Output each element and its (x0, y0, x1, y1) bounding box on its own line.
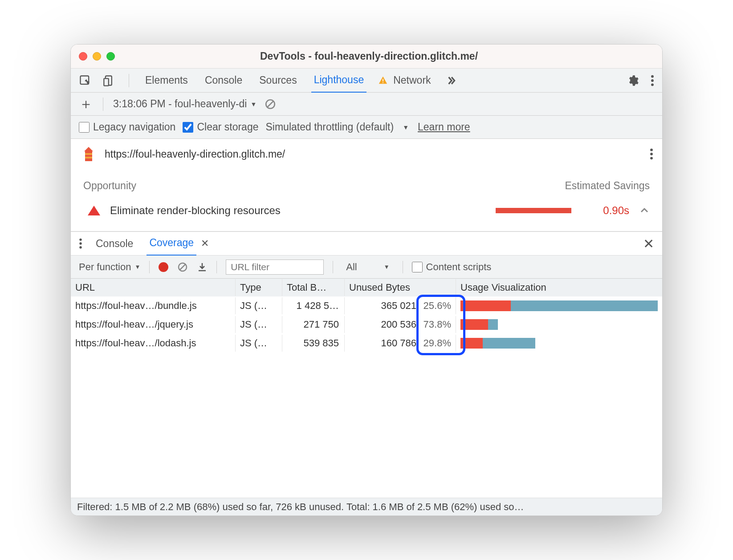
cell-total: 539 835 (282, 335, 345, 352)
dropdown-triangle-icon: ▼ (403, 124, 409, 131)
cell-type: JS (… (236, 335, 282, 352)
cell-viz (456, 296, 662, 315)
report-select[interactable]: 3:18:06 PM - foul-heavenly-di ▼ (113, 98, 257, 110)
opportunity-label: Eliminate render-blocking resources (110, 204, 486, 217)
content-scripts-checkbox[interactable] (412, 262, 423, 272)
drawer-tab-coverage[interactable]: Coverage (147, 231, 196, 256)
dropdown-triangle-icon: ▼ (134, 264, 140, 270)
throttling-label: Simulated throttling (default) (266, 121, 394, 133)
svg-rect-3 (383, 79, 383, 81)
legacy-navigation-option[interactable]: Legacy navigation (79, 121, 175, 133)
clear-storage-label: Clear storage (197, 121, 258, 133)
device-toggle-icon[interactable] (103, 74, 115, 87)
type-filter-select[interactable]: All ▼ (342, 261, 393, 273)
clear-icon[interactable] (265, 98, 276, 110)
coverage-mode-select[interactable]: Per function ▼ (79, 261, 140, 273)
svg-rect-10 (85, 151, 92, 161)
cell-viz (456, 315, 662, 334)
cell-url: https://foul-heav…/jquery.js (71, 316, 236, 333)
minimize-dot[interactable] (93, 52, 101, 61)
audited-url-bar: https://foul-heavenly-direction.glitch.m… (71, 139, 662, 169)
cell-unused: 200 53673.8% (345, 316, 456, 333)
inspect-icon[interactable] (79, 74, 91, 87)
table-row[interactable]: https://foul-heav…/jquery.jsJS (…271 750… (71, 315, 662, 334)
tab-sources[interactable]: Sources (257, 69, 299, 92)
lighthouse-logo-icon (80, 145, 98, 163)
coverage-mode-label: Per function (79, 261, 131, 273)
coverage-status-bar: Filtered: 1.5 MB of 2.2 MB (68%) used so… (71, 498, 662, 515)
tab-lighthouse[interactable]: Lighthouse (311, 68, 367, 93)
table-row[interactable]: https://foul-heav…/bundle.jsJS (…1 428 5… (71, 296, 662, 315)
svg-rect-4 (383, 82, 383, 83)
learn-more-link[interactable]: Learn more (418, 121, 470, 133)
opportunity-row[interactable]: Eliminate render-blocking resources 0.90… (83, 204, 650, 228)
drawer-close-x-icon[interactable]: ✕ (643, 236, 654, 252)
savings-bar (496, 208, 571, 213)
svg-point-18 (79, 242, 81, 244)
main-tabs: Elements Console Sources Lighthouse Netw… (71, 69, 662, 93)
tab-elements[interactable]: Elements (143, 69, 191, 92)
cell-viz (456, 334, 662, 353)
cell-type: JS (… (236, 316, 282, 333)
opportunities-col-right: Estimated Savings (565, 180, 650, 192)
record-button-icon[interactable] (159, 262, 168, 272)
drawer-kebab-icon[interactable] (79, 238, 82, 249)
zoom-dot[interactable] (106, 52, 115, 61)
col-unused[interactable]: Unused Bytes (345, 279, 456, 296)
tab-network[interactable]: Network (391, 69, 433, 92)
clear-storage-option[interactable]: Clear storage (183, 121, 258, 133)
table-row[interactable]: https://foul-heav…/lodash.jsJS (…539 835… (71, 334, 662, 353)
content-scripts-option[interactable]: Content scripts (412, 261, 492, 273)
col-total[interactable]: Total B… (282, 279, 345, 296)
throttling-select[interactable]: Simulated throttling (default) ▼ (266, 121, 409, 133)
opportunities-section: Opportunity Estimated Savings Eliminate … (71, 169, 662, 231)
tab-console[interactable]: Console (202, 69, 245, 92)
svg-rect-12 (85, 157, 92, 158)
cell-url: https://foul-heav…/lodash.js (71, 335, 236, 352)
col-url[interactable]: URL (71, 279, 236, 296)
more-tabs-chevron-icon[interactable] (445, 75, 457, 86)
audited-url: https://foul-heavenly-direction.glitch.m… (105, 148, 285, 160)
chevron-up-icon[interactable] (639, 205, 650, 216)
legacy-navigation-label: Legacy navigation (93, 121, 175, 133)
legacy-navigation-checkbox[interactable] (79, 122, 90, 133)
cell-total: 271 750 (282, 316, 345, 333)
cell-total: 1 428 5… (282, 297, 345, 314)
traffic-lights (79, 52, 115, 61)
clear-coverage-icon[interactable] (177, 262, 188, 272)
kebab-menu-icon[interactable] (651, 74, 654, 87)
content-scripts-label: Content scripts (426, 261, 492, 273)
window-title: DevTools - foul-heavenly-direction.glitc… (120, 50, 618, 62)
report-select-label: 3:18:06 PM - foul-heavenly-di (113, 98, 247, 110)
cell-url: https://foul-heav…/bundle.js (71, 297, 236, 314)
settings-gear-icon[interactable] (627, 74, 639, 87)
lighthouse-toolbar: ＋ 3:18:06 PM - foul-heavenly-di ▼ (71, 93, 662, 116)
close-tab-x-icon[interactable]: ✕ (201, 238, 209, 249)
devtools-window: DevTools - foul-heavenly-direction.glitc… (70, 44, 663, 516)
new-report-plus-icon[interactable]: ＋ (79, 94, 93, 114)
col-viz[interactable]: Usage Visualization (456, 279, 662, 296)
col-type[interactable]: Type (236, 279, 282, 296)
drawer-tab-console[interactable]: Console (93, 232, 136, 256)
titlebar: DevTools - foul-heavenly-direction.glitc… (71, 45, 662, 69)
savings-value: 0.90s (585, 204, 629, 217)
fail-triangle-icon (88, 206, 100, 215)
svg-marker-13 (84, 147, 93, 151)
svg-rect-2 (104, 78, 109, 85)
cell-unused: 160 78629.8% (345, 335, 456, 352)
svg-point-14 (650, 149, 653, 151)
coverage-toolbar: Per function ▼ All ▼ Content scripts (71, 256, 662, 279)
clear-storage-checkbox[interactable] (183, 122, 193, 133)
svg-point-19 (79, 246, 81, 248)
coverage-table-body: https://foul-heav…/bundle.jsJS (…1 428 5… (71, 296, 662, 353)
report-kebab-icon[interactable] (650, 148, 653, 160)
svg-point-16 (650, 157, 653, 159)
drawer-tabs: Console Coverage ✕ ✕ (71, 231, 662, 256)
coverage-table-header: URL Type Total B… Unused Bytes Usage Vis… (71, 279, 662, 296)
url-filter-input[interactable] (226, 260, 324, 275)
export-icon[interactable] (197, 262, 208, 272)
close-dot[interactable] (79, 52, 87, 61)
svg-rect-11 (85, 153, 92, 155)
coverage-table: URL Type Total B… Unused Bytes Usage Vis… (71, 279, 662, 498)
cell-unused: 365 02125.6% (345, 297, 456, 314)
